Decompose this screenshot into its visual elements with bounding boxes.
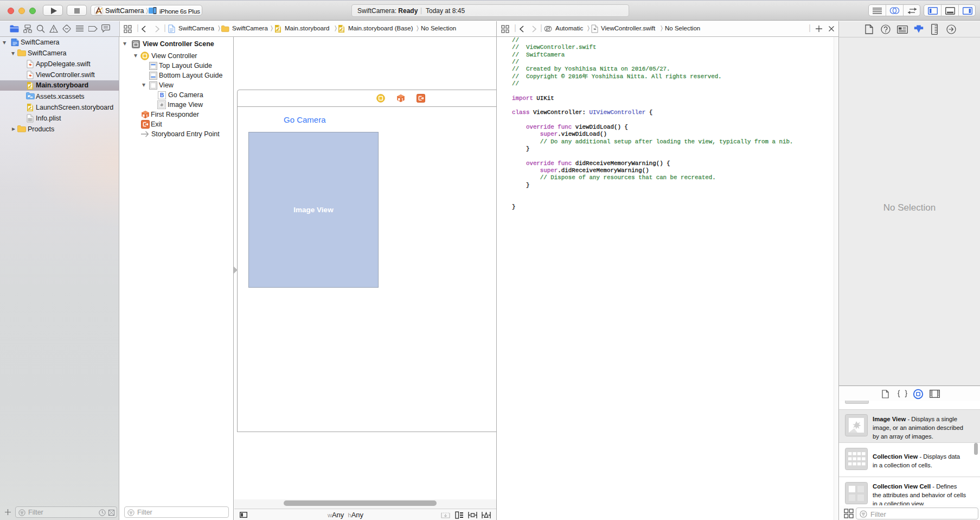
svg-text:B: B: [160, 92, 164, 98]
